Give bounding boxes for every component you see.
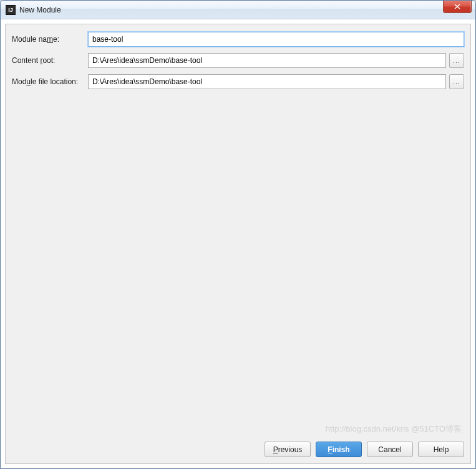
content-root-input[interactable] bbox=[88, 53, 446, 68]
module-name-row: Module name: bbox=[12, 32, 464, 47]
module-file-location-input[interactable] bbox=[88, 74, 446, 89]
module-file-location-row: Module file location: ... bbox=[12, 74, 464, 89]
module-file-location-browse-button[interactable]: ... bbox=[449, 74, 464, 89]
module-file-location-label: Module file location: bbox=[12, 77, 88, 86]
cancel-button[interactable]: Cancel bbox=[367, 442, 413, 457]
content-root-label: Content root: bbox=[12, 56, 88, 65]
window-title: New Module bbox=[19, 6, 443, 14]
module-name-label: Module name: bbox=[12, 35, 88, 44]
content-panel: Module name: Content root: ... Module fi… bbox=[5, 24, 471, 464]
button-bar: Previous Finish Cancel Help bbox=[12, 435, 464, 457]
content-root-row: Content root: ... bbox=[12, 53, 464, 68]
finish-button[interactable]: Finish bbox=[316, 442, 362, 457]
close-button[interactable] bbox=[443, 1, 472, 13]
form-area: Module name: Content root: ... Module fi… bbox=[12, 32, 464, 435]
content-root-browse-button[interactable]: ... bbox=[449, 53, 464, 68]
module-name-input[interactable] bbox=[88, 32, 464, 47]
close-icon bbox=[454, 4, 460, 9]
app-icon: IJ bbox=[6, 5, 16, 15]
help-button[interactable]: Help bbox=[418, 442, 464, 457]
previous-button[interactable]: Previous bbox=[265, 442, 311, 457]
app-icon-text: IJ bbox=[8, 7, 13, 13]
titlebar: IJ New Module bbox=[1, 1, 475, 19]
new-module-dialog: IJ New Module Module name: Content root:… bbox=[0, 0, 476, 469]
